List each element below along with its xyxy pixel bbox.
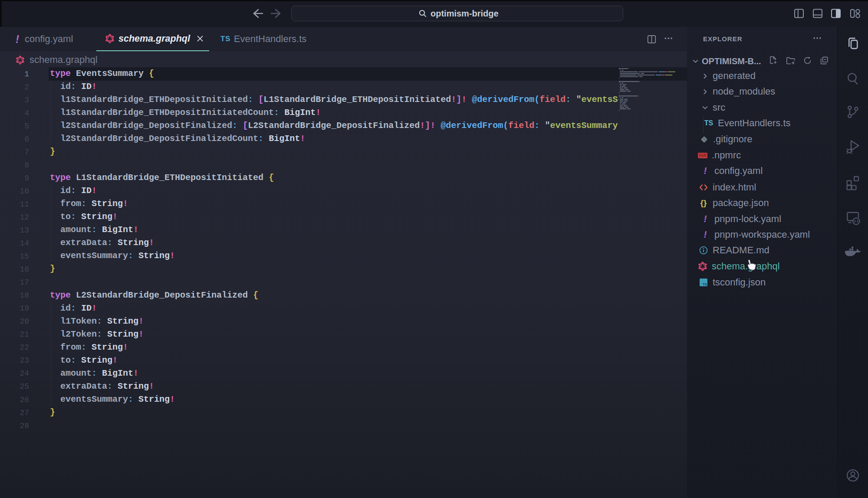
- svg-text:TS: TS: [703, 282, 707, 286]
